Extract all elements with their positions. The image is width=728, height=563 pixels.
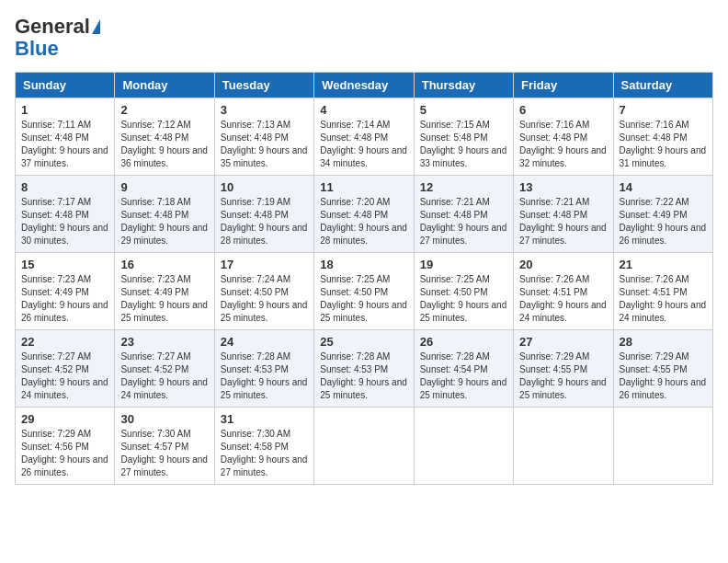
logo-triangle-icon [92, 19, 100, 34]
day-number: 14 [620, 180, 707, 194]
day-number: 1 [21, 103, 108, 117]
day-number: 7 [620, 103, 707, 117]
calendar-cell: 3 Sunrise: 7:13 AM Sunset: 4:48 PM Dayli… [214, 98, 313, 176]
day-number: 31 [221, 412, 308, 426]
calendar-cell: 25 Sunrise: 7:28 AM Sunset: 4:53 PM Dayl… [314, 330, 414, 408]
calendar-table: SundayMondayTuesdayWednesdayThursdayFrid… [15, 72, 713, 485]
page-header: General Blue [15, 15, 713, 61]
calendar-cell: 9 Sunrise: 7:18 AM Sunset: 4:48 PM Dayli… [115, 176, 214, 253]
day-number: 5 [420, 103, 507, 117]
day-number: 17 [221, 258, 308, 271]
day-info: Sunrise: 7:29 AM Sunset: 4:55 PM Dayligh… [620, 350, 707, 402]
day-number: 29 [21, 412, 108, 426]
day-info: Sunrise: 7:28 AM Sunset: 4:53 PM Dayligh… [221, 350, 308, 402]
day-number: 6 [519, 103, 607, 117]
day-number: 8 [21, 180, 108, 194]
calendar-cell: 19 Sunrise: 7:25 AM Sunset: 4:50 PM Dayl… [414, 253, 513, 330]
day-number: 10 [221, 180, 308, 194]
calendar-cell: 14 Sunrise: 7:22 AM Sunset: 4:49 PM Dayl… [613, 176, 712, 253]
calendar-cell: 27 Sunrise: 7:29 AM Sunset: 4:55 PM Dayl… [514, 330, 613, 408]
day-number: 28 [620, 335, 707, 349]
day-info: Sunrise: 7:23 AM Sunset: 4:49 PM Dayligh… [120, 273, 208, 325]
calendar-cell: 20 Sunrise: 7:26 AM Sunset: 4:51 PM Dayl… [514, 253, 613, 330]
day-number: 3 [221, 103, 308, 117]
day-number: 11 [320, 180, 407, 194]
day-number: 24 [221, 335, 308, 349]
calendar-cell: 4 Sunrise: 7:14 AM Sunset: 4:48 PM Dayli… [314, 98, 414, 176]
calendar-cell: 7 Sunrise: 7:16 AM Sunset: 4:48 PM Dayli… [613, 98, 712, 176]
calendar-cell: 31 Sunrise: 7:30 AM Sunset: 4:58 PM Dayl… [214, 408, 313, 485]
day-info: Sunrise: 7:22 AM Sunset: 4:49 PM Dayligh… [620, 196, 707, 247]
calendar-week-row: 22 Sunrise: 7:27 AM Sunset: 4:52 PM Dayl… [16, 330, 713, 408]
calendar-cell: 11 Sunrise: 7:20 AM Sunset: 4:48 PM Dayl… [314, 176, 414, 253]
calendar-cell: 10 Sunrise: 7:19 AM Sunset: 4:48 PM Dayl… [214, 176, 313, 253]
day-number: 25 [320, 335, 407, 349]
calendar-cell: 15 Sunrise: 7:23 AM Sunset: 4:49 PM Dayl… [16, 253, 115, 330]
calendar-cell: 13 Sunrise: 7:21 AM Sunset: 4:48 PM Dayl… [514, 176, 613, 253]
calendar-cell [314, 408, 414, 485]
calendar-cell: 5 Sunrise: 7:15 AM Sunset: 5:48 PM Dayli… [414, 98, 513, 176]
calendar-cell [514, 408, 613, 485]
calendar-cell: 26 Sunrise: 7:28 AM Sunset: 4:54 PM Dayl… [414, 330, 513, 408]
calendar-cell: 16 Sunrise: 7:23 AM Sunset: 4:49 PM Dayl… [115, 253, 214, 330]
calendar-cell: 1 Sunrise: 7:11 AM Sunset: 4:48 PM Dayli… [16, 98, 115, 176]
day-info: Sunrise: 7:23 AM Sunset: 4:49 PM Dayligh… [21, 273, 108, 325]
day-info: Sunrise: 7:21 AM Sunset: 4:48 PM Dayligh… [420, 196, 507, 247]
logo: General Blue [15, 15, 100, 61]
day-number: 23 [120, 335, 208, 349]
day-info: Sunrise: 7:16 AM Sunset: 4:48 PM Dayligh… [519, 119, 607, 170]
day-info: Sunrise: 7:29 AM Sunset: 4:56 PM Dayligh… [21, 428, 108, 479]
day-number: 15 [21, 258, 108, 271]
day-number: 2 [120, 103, 208, 117]
day-info: Sunrise: 7:18 AM Sunset: 4:48 PM Dayligh… [120, 196, 208, 247]
calendar-cell: 17 Sunrise: 7:24 AM Sunset: 4:50 PM Dayl… [214, 253, 313, 330]
day-info: Sunrise: 7:28 AM Sunset: 4:54 PM Dayligh… [420, 350, 507, 402]
calendar-cell [414, 408, 513, 485]
calendar-cell: 21 Sunrise: 7:26 AM Sunset: 4:51 PM Dayl… [613, 253, 712, 330]
calendar-week-row: 15 Sunrise: 7:23 AM Sunset: 4:49 PM Dayl… [16, 253, 713, 330]
calendar-week-row: 8 Sunrise: 7:17 AM Sunset: 4:48 PM Dayli… [16, 176, 713, 253]
day-number: 12 [420, 180, 507, 194]
calendar-week-row: 29 Sunrise: 7:29 AM Sunset: 4:56 PM Dayl… [16, 408, 713, 485]
day-info: Sunrise: 7:30 AM Sunset: 4:58 PM Dayligh… [221, 428, 308, 479]
day-info: Sunrise: 7:16 AM Sunset: 4:48 PM Dayligh… [620, 119, 707, 170]
day-info: Sunrise: 7:20 AM Sunset: 4:48 PM Dayligh… [320, 196, 407, 247]
day-info: Sunrise: 7:15 AM Sunset: 5:48 PM Dayligh… [420, 119, 507, 170]
day-info: Sunrise: 7:19 AM Sunset: 4:48 PM Dayligh… [221, 196, 308, 247]
day-header-thursday: Thursday [414, 73, 513, 98]
day-number: 18 [320, 258, 407, 271]
day-info: Sunrise: 7:21 AM Sunset: 4:48 PM Dayligh… [519, 196, 607, 247]
day-info: Sunrise: 7:25 AM Sunset: 4:50 PM Dayligh… [420, 273, 507, 325]
calendar-cell: 23 Sunrise: 7:27 AM Sunset: 4:52 PM Dayl… [115, 330, 214, 408]
day-header-monday: Monday [115, 73, 214, 98]
day-info: Sunrise: 7:17 AM Sunset: 4:48 PM Dayligh… [21, 196, 108, 247]
day-number: 27 [519, 335, 607, 349]
day-info: Sunrise: 7:11 AM Sunset: 4:48 PM Dayligh… [21, 119, 108, 170]
calendar-cell: 8 Sunrise: 7:17 AM Sunset: 4:48 PM Dayli… [16, 176, 115, 253]
calendar-cell: 29 Sunrise: 7:29 AM Sunset: 4:56 PM Dayl… [16, 408, 115, 485]
day-info: Sunrise: 7:25 AM Sunset: 4:50 PM Dayligh… [320, 273, 407, 325]
day-header-friday: Friday [514, 73, 613, 98]
day-info: Sunrise: 7:30 AM Sunset: 4:57 PM Dayligh… [120, 428, 208, 479]
day-info: Sunrise: 7:27 AM Sunset: 4:52 PM Dayligh… [120, 350, 208, 402]
calendar-week-row: 1 Sunrise: 7:11 AM Sunset: 4:48 PM Dayli… [16, 98, 713, 176]
day-number: 22 [21, 335, 108, 349]
logo-blue-text: Blue [15, 37, 59, 61]
calendar-cell: 12 Sunrise: 7:21 AM Sunset: 4:48 PM Dayl… [414, 176, 513, 253]
day-header-saturday: Saturday [613, 73, 712, 98]
day-info: Sunrise: 7:24 AM Sunset: 4:50 PM Dayligh… [221, 273, 308, 325]
calendar-cell: 6 Sunrise: 7:16 AM Sunset: 4:48 PM Dayli… [514, 98, 613, 176]
calendar-cell: 22 Sunrise: 7:27 AM Sunset: 4:52 PM Dayl… [16, 330, 115, 408]
day-number: 20 [519, 258, 607, 271]
day-info: Sunrise: 7:12 AM Sunset: 4:48 PM Dayligh… [120, 119, 208, 170]
day-number: 26 [420, 335, 507, 349]
day-info: Sunrise: 7:27 AM Sunset: 4:52 PM Dayligh… [21, 350, 108, 402]
day-info: Sunrise: 7:14 AM Sunset: 4:48 PM Dayligh… [320, 119, 407, 170]
day-info: Sunrise: 7:13 AM Sunset: 4:48 PM Dayligh… [221, 119, 308, 170]
day-info: Sunrise: 7:26 AM Sunset: 4:51 PM Dayligh… [620, 273, 707, 325]
calendar-cell: 30 Sunrise: 7:30 AM Sunset: 4:57 PM Dayl… [115, 408, 214, 485]
calendar-header-row: SundayMondayTuesdayWednesdayThursdayFrid… [16, 73, 713, 98]
day-number: 16 [120, 258, 208, 271]
calendar-cell [613, 408, 712, 485]
day-number: 21 [620, 258, 707, 271]
